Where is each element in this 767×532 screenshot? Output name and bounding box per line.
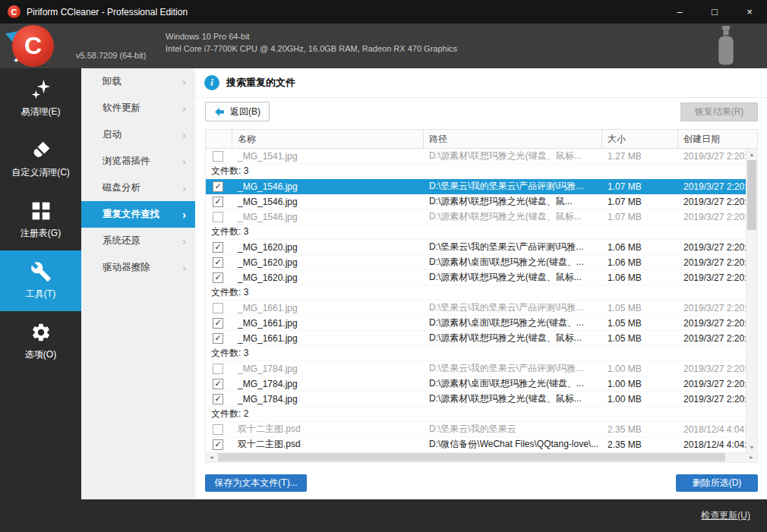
column-header-path[interactable]: 路径: [424, 130, 602, 148]
checkbox-cell: [206, 364, 232, 374]
vertical-scrollbar-thumb[interactable]: [747, 160, 756, 230]
row-checkbox[interactable]: [213, 212, 223, 222]
sidebar-item-tools[interactable]: 工具(T): [0, 250, 81, 311]
sidebar-item-custom-clean[interactable]: 自定义清理(C): [0, 129, 81, 190]
row-checkbox[interactable]: [213, 439, 223, 450]
file-size-cell: 1.06 MB: [602, 272, 678, 283]
maximize-button[interactable]: □: [697, 0, 732, 24]
sidebar-item-label: 易清理(E): [21, 105, 61, 118]
column-header-checkbox[interactable]: [206, 130, 232, 148]
file-size-cell: 1.06 MB: [602, 257, 678, 268]
column-header-size[interactable]: 大小: [602, 130, 678, 148]
tools-menu-item-label: 系统还原: [103, 235, 140, 247]
tools-menu-item-system-restore[interactable]: 系统还原›: [81, 228, 195, 254]
table-row[interactable]: _MG_1661.jpgD:\坚果云\我的坚果云\产品评测\玛雅...1.05 …: [206, 301, 757, 316]
file-name-cell: 双十二主图.psd: [232, 423, 424, 436]
chevron-right-icon: ›: [182, 235, 186, 247]
tools-menu: 卸载›软件更新›启动›浏览器插件›磁盘分析›重复文件查找›系统还原›驱动器擦除›: [81, 68, 196, 499]
window-title: Piriform CCleaner - Professional Edition: [27, 7, 188, 17]
row-checkbox[interactable]: [213, 151, 223, 162]
table-row[interactable]: _MG_1541.jpgD:\源素材\联想玛雅之光(键盘、鼠标...1.27 M…: [206, 149, 757, 164]
chevron-right-icon: ›: [182, 76, 186, 87]
tools-menu-item-browser-plugins[interactable]: 浏览器插件›: [81, 148, 195, 175]
row-checkbox[interactable]: [213, 318, 223, 329]
scroll-down-icon[interactable]: ▼: [746, 442, 757, 452]
table-row[interactable]: _MG_1620.jpgD:\源素材\联想玛雅之光(键盘、鼠标...1.06 M…: [206, 270, 757, 285]
table-row[interactable]: 双十二主图.psdD:\微信备份\WeChat Files\QQtang-lov…: [206, 437, 757, 452]
file-name-cell: _MG_1541.jpg: [232, 151, 424, 162]
table-row[interactable]: _MG_1546.jpgD:\源素材\联想玛雅之光(键盘、鼠...1.07 MB…: [206, 194, 757, 209]
checkbox-cell: [206, 257, 232, 268]
row-checkbox[interactable]: [213, 379, 223, 389]
logo-sparkle-icon: ✦: [13, 56, 19, 65]
minimize-button[interactable]: –: [662, 0, 697, 24]
table-row[interactable]: _MG_1784.jpgD:\源素材\桌面\联想玛雅之光(键盘、...1.00 …: [206, 376, 757, 392]
file-name-cell: _MG_1620.jpg: [232, 257, 424, 268]
scroll-right-icon[interactable]: ►: [746, 452, 757, 462]
row-checkbox[interactable]: [213, 333, 223, 344]
table-row[interactable]: _MG_1546.jpgD:\源素材\联想玛雅之光(键盘、鼠标...1.07 M…: [206, 209, 757, 225]
row-checkbox[interactable]: [213, 197, 223, 207]
sidebar-item-options[interactable]: 选项(O): [0, 311, 81, 372]
save-as-text-button[interactable]: 保存为文本文件(T)...: [205, 474, 307, 492]
table-row[interactable]: _MG_1661.jpgD:\源素材\联想玛雅之光(键盘、鼠标...1.05 M…: [206, 331, 757, 346]
vertical-scrollbar[interactable]: ▲ ▼: [746, 149, 757, 452]
scroll-up-icon[interactable]: ▲: [746, 149, 757, 159]
back-button[interactable]: 返回(B): [205, 102, 270, 121]
row-checkbox[interactable]: [213, 257, 223, 268]
sidebar: 易清理(E)自定义清理(C)注册表(G)工具(T)选项(O): [0, 68, 81, 532]
file-name-cell: _MG_1546.jpg: [232, 197, 424, 207]
file-path-cell: D:\源素材\桌面\联想玛雅之光(键盘、...: [424, 256, 602, 269]
delete-selected-button[interactable]: 删除所选(D): [676, 474, 758, 492]
scroll-left-icon[interactable]: ◄: [206, 452, 217, 462]
column-header-name[interactable]: 名称: [232, 130, 424, 148]
table-row[interactable]: _MG_1784.jpgD:\坚果云\我的坚果云\产品评测\玛雅...1.00 …: [206, 361, 757, 376]
title-bar[interactable]: C Piriform CCleaner - Professional Editi…: [0, 0, 767, 24]
restore-results-button[interactable]: 恢复结果(R): [680, 102, 758, 121]
column-header-date[interactable]: 创建日期: [678, 130, 757, 148]
tools-menu-item-uninstall[interactable]: 卸载›: [81, 68, 195, 95]
file-path-cell: D:\坚果云\我的坚果云\产品评测\玛雅...: [424, 180, 602, 193]
horizontal-scrollbar[interactable]: ◄ ►: [205, 452, 758, 463]
file-name-cell: _MG_1546.jpg: [232, 181, 424, 192]
file-name-cell: _MG_1661.jpg: [232, 318, 424, 329]
ccleaner-logo-small-icon: C: [8, 5, 21, 18]
table-row[interactable]: _MG_1546.jpgD:\坚果云\我的坚果云\产品评测\玛雅...1.07 …: [206, 179, 757, 194]
tools-menu-item-startup[interactable]: 启动›: [81, 121, 195, 148]
row-checkbox[interactable]: [213, 181, 223, 192]
tools-menu-item-duplicate-finder[interactable]: 重复文件查找›: [81, 201, 195, 228]
close-button[interactable]: ×: [732, 0, 767, 24]
tools-menu-item-disk-analyzer[interactable]: 磁盘分析›: [81, 175, 195, 201]
ccleaner-logo: C ✦: [12, 25, 54, 67]
table-row[interactable]: _MG_1661.jpgD:\源素材\桌面\联想玛雅之光(键盘、...1.05 …: [206, 316, 757, 331]
file-path-cell: D:\坚果云\我的坚果云\产品评测\玛雅...: [424, 241, 602, 253]
easy-clean-icon: [30, 79, 52, 100]
tools-menu-item-software-updater[interactable]: 软件更新›: [81, 95, 195, 121]
table-row[interactable]: _MG_1620.jpgD:\源素材\桌面\联想玛雅之光(键盘、...1.06 …: [206, 255, 757, 270]
file-size-cell: 1.27 MB: [602, 151, 678, 162]
sidebar-item-registry[interactable]: 注册表(G): [0, 190, 81, 250]
file-path-cell: D:\源素材\联想玛雅之光(键盘、鼠标...: [424, 332, 602, 345]
sidebar-item-label: 自定义清理(C): [11, 166, 70, 179]
group-count-row: 文件数: 3: [206, 164, 757, 179]
table-row[interactable]: _MG_1620.jpgD:\坚果云\我的坚果云\产品评测\玛雅...1.06 …: [206, 240, 757, 255]
table-row[interactable]: _MG_1784.jpgD:\源素材\联想玛雅之光(键盘、鼠标...1.00 M…: [206, 392, 757, 407]
row-checkbox[interactable]: [213, 242, 223, 253]
file-name-cell: _MG_1546.jpg: [232, 212, 424, 222]
table-row[interactable]: 双十二主图.psdD:\坚果云\我的坚果云2.35 MB2018/12/4 4:…: [206, 422, 757, 437]
row-checkbox[interactable]: [213, 364, 223, 374]
row-checkbox[interactable]: [213, 424, 223, 435]
tools-menu-item-drive-wiper[interactable]: 驱动器擦除›: [81, 254, 195, 281]
checkbox-cell: [206, 318, 232, 329]
sidebar-item-easy-clean[interactable]: 易清理(E): [0, 68, 81, 129]
row-checkbox[interactable]: [213, 303, 223, 313]
checkbox-cell: [206, 439, 232, 450]
row-checkbox[interactable]: [213, 394, 223, 405]
chevron-right-icon: ›: [182, 129, 186, 140]
row-checkbox[interactable]: [213, 272, 223, 283]
check-update-link[interactable]: 检查更新(U): [701, 509, 750, 522]
horizontal-scrollbar-thumb[interactable]: [218, 453, 725, 461]
file-size-cell: 2.35 MB: [602, 424, 678, 435]
file-size-cell: 1.07 MB: [602, 197, 678, 207]
file-path-cell: D:\微信备份\WeChat Files\QQtang-love\...: [424, 438, 602, 451]
